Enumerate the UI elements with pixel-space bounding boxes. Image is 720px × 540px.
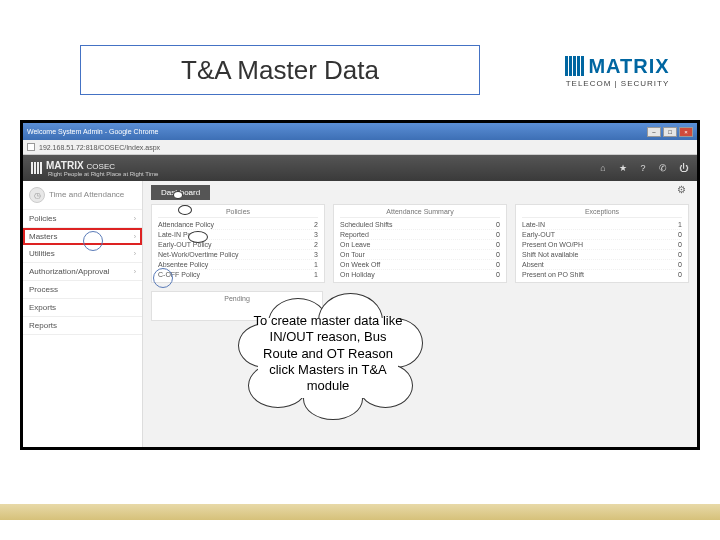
sidebar-item-label: Utilities [29,249,55,258]
app-brand-logo-icon [31,162,42,174]
card-row: Early-OUT Policy2 [158,240,318,250]
screenshot-frame: Welcome System Admin - Google Chrome – □… [20,120,700,450]
card-row: Late-IN Policy3 [158,230,318,240]
card-row: On Week Off0 [340,260,500,270]
window-minimize-button[interactable]: – [647,127,661,137]
slide-title: T&A Master Data [181,55,379,86]
sidebar-item-reports[interactable]: Reports [23,317,142,335]
card-row: Shift Not available0 [522,250,682,260]
app-brand: MATRIX [46,160,84,171]
card-title: Exceptions [522,208,682,218]
card-row: Net-Work/Overtime Policy3 [158,250,318,260]
slide-title-box: T&A Master Data [80,45,480,95]
sidebar-item-label: Authorization/Approval [29,267,110,276]
home-icon[interactable]: ⌂ [597,162,609,174]
policies-card: Policies Attendance Policy2 Late-IN Poli… [151,204,325,283]
attendance-summary-card: Attendance Summary Scheduled Shifts0 Rep… [333,204,507,283]
chevron-right-icon: › [134,268,136,275]
power-icon[interactable]: ⏻ [677,162,689,174]
sidebar-module-title: Time and Attendance [49,191,124,200]
callout-pointer-icon [188,231,208,243]
callout-pointer-icon [178,205,192,215]
window-maximize-button[interactable]: □ [663,127,677,137]
help-icon[interactable]: ? [637,162,649,174]
sidebar-item-label: Policies [29,214,57,223]
chevron-right-icon: › [134,215,136,222]
app-product: COSEC [87,162,115,171]
card-row: Reported0 [340,230,500,240]
card-row: Late-IN1 [522,220,682,230]
card-row: Scheduled Shifts0 [340,220,500,230]
callout-text: To create master data like IN/OUT reason… [253,313,403,394]
instruction-callout: To create master data like IN/OUT reason… [228,293,428,423]
window-close-button[interactable]: × [679,127,693,137]
sidebar-item-authorization[interactable]: Authorization/Approval › [23,263,142,281]
card-row: Absentee Policy1 [158,260,318,270]
matrix-tagline: TELECOM | SECURITY [566,79,670,88]
phone-icon[interactable]: ✆ [657,162,669,174]
sidebar: ◷ Time and Attendance Policies › Masters… [23,181,143,447]
app-tagline: Right People at Right Place at Right Tim… [48,171,158,177]
callout-pointer-icon [173,191,183,199]
page-icon [27,143,35,151]
browser-tab-title: Welcome System Admin - Google Chrome [27,128,158,135]
card-row: Present on PO Shift0 [522,270,682,279]
matrix-stripes-icon [565,56,584,76]
callout-circle-icon [153,268,173,288]
card-row: Present On WO/PH0 [522,240,682,250]
browser-url: 192.168.51.72:818/COSEC/Index.aspx [39,144,160,151]
sidebar-module-header: ◷ Time and Attendance [23,181,142,210]
sidebar-item-process[interactable]: Process [23,281,142,299]
chevron-right-icon: › [134,250,136,257]
star-icon[interactable]: ★ [617,162,629,174]
sidebar-item-label: Process [29,285,58,294]
sidebar-item-exports[interactable]: Exports [23,299,142,317]
clock-icon: ◷ [29,187,45,203]
matrix-brand-text: MATRIX [588,55,669,78]
card-row: Early-OUT0 [522,230,682,240]
card-row: Absent0 [522,260,682,270]
sidebar-item-label: Masters [29,232,57,241]
browser-address-bar[interactable]: 192.168.51.72:818/COSEC/Index.aspx [23,140,697,155]
sidebar-item-label: Exports [29,303,56,312]
card-row: Attendance Policy2 [158,220,318,230]
exceptions-card: Exceptions Late-IN1 Early-OUT0 Present O… [515,204,689,283]
slide-footer-stripe [0,504,720,520]
card-row: C-OFF Policy1 [158,270,318,279]
sidebar-item-label: Reports [29,321,57,330]
app-header: MATRIX COSEC Right People at Right Place… [23,155,697,181]
browser-titlebar: Welcome System Admin - Google Chrome – □… [23,123,697,140]
callout-circle-icon [83,231,103,251]
sidebar-item-utilities[interactable]: Utilities › [23,245,142,263]
card-title: Attendance Summary [340,208,500,218]
card-row: On Holiday0 [340,270,500,279]
card-row: On Tour0 [340,250,500,260]
gear-icon[interactable]: ⚙ [674,181,689,198]
card-row: On Leave0 [340,240,500,250]
sidebar-item-policies[interactable]: Policies › [23,210,142,228]
chevron-right-icon: › [134,233,136,240]
matrix-logo: MATRIX TELECOM | SECURITY [545,45,690,97]
